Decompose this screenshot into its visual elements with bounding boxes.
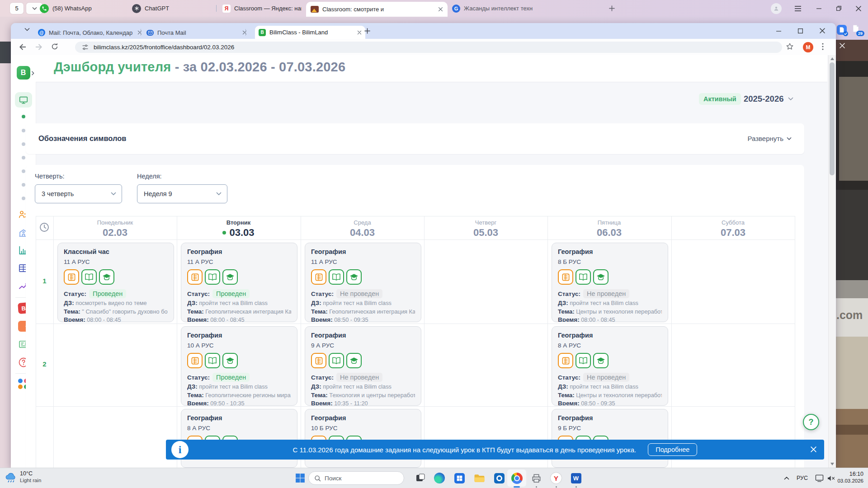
chrome-minimize-icon[interactable]: [776, 28, 782, 34]
close-tab-icon[interactable]: [357, 30, 362, 35]
back-icon[interactable]: [18, 42, 27, 52]
lesson-card[interactable]: География 8 Б РУС Статус:Не проведен ДЗ:…: [552, 243, 668, 322]
outlook-icon[interactable]: [493, 472, 505, 484]
start-button[interactable]: [294, 472, 307, 484]
textbook-icon[interactable]: [81, 269, 97, 285]
clock-date[interactable]: 03.03.2026: [832, 478, 863, 483]
edge-icon[interactable]: [433, 472, 446, 484]
course-icon[interactable]: [222, 269, 238, 285]
sidebar-subitem[interactable]: [11, 156, 36, 160]
day-header-thursday[interactable]: Четверг05.03: [424, 219, 547, 239]
close-tab-icon[interactable]: [242, 30, 247, 35]
week-select[interactable]: Неделя 9: [137, 184, 227, 203]
quarter-select[interactable]: 3 четверть: [35, 184, 122, 203]
chrome-tab-bilimclass[interactable]: B BilimClass - BilimLand: [255, 26, 365, 39]
printer-icon[interactable]: [530, 472, 542, 484]
help-fab-button[interactable]: ?: [803, 414, 819, 430]
weather-temp[interactable]: 10°C: [20, 470, 33, 477]
lesson-card[interactable]: География 11 А РУС Статус:Не проведен ДЗ…: [305, 243, 421, 322]
cast-icon[interactable]: [813, 472, 826, 484]
profile-avatar[interactable]: M: [803, 42, 813, 52]
tab-search-chevron[interactable]: [24, 28, 30, 32]
sidebar-subitem-active[interactable]: [11, 115, 36, 118]
yandex-close-icon[interactable]: [851, 0, 866, 17]
course-icon[interactable]: [346, 269, 362, 285]
task-view-button[interactable]: [414, 472, 427, 484]
textbook-icon[interactable]: [576, 269, 591, 285]
journal-icon[interactable]: [187, 353, 203, 368]
language-indicator[interactable]: РУС: [797, 475, 808, 481]
lesson-card[interactable]: География 9 А РУС Статус:Не проведен ДЗ:…: [305, 326, 421, 406]
journal-icon[interactable]: [558, 353, 573, 368]
course-icon[interactable]: [593, 269, 609, 285]
day-header-friday[interactable]: Пятница06.03: [547, 219, 671, 239]
textbook-icon[interactable]: [205, 353, 220, 368]
day-header-monday[interactable]: Понедельник02.03: [53, 219, 177, 239]
yandex-restore-icon[interactable]: [831, 0, 846, 17]
day-header-saturday[interactable]: Суббота07.03: [671, 219, 795, 239]
weather-icon[interactable]: [5, 471, 17, 484]
tab-yandex-classroom[interactable]: Я Classroom — Яндекс: наш: [222, 0, 302, 17]
school-year-select[interactable]: 2025-2026: [744, 94, 793, 104]
textbook-icon[interactable]: [576, 353, 591, 368]
word-icon[interactable]: W: [570, 472, 582, 484]
lesson-card[interactable]: Классный час 11 А РУС Статус:Проведен ДЗ…: [57, 243, 174, 322]
page-scrollbar[interactable]: [828, 55, 835, 468]
sidebar-expand-chevron[interactable]: [31, 71, 35, 75]
file-explorer-icon[interactable]: [473, 472, 486, 484]
yandex-minimize-icon[interactable]: [811, 0, 826, 17]
chrome-icon[interactable]: [510, 472, 523, 484]
chrome-new-tab-icon[interactable]: [364, 28, 370, 34]
chrome-maximize-icon[interactable]: [797, 28, 803, 34]
banner-close-icon[interactable]: [810, 446, 817, 453]
extension-doc-icon[interactable]: [837, 25, 847, 35]
browser-menu-icon[interactable]: [790, 0, 806, 17]
course-icon[interactable]: [222, 353, 238, 368]
weather-condition[interactable]: Light rain: [20, 478, 41, 483]
clock-time[interactable]: 16:10: [837, 471, 863, 477]
background-close-icon[interactable]: [839, 42, 845, 49]
tab-count-button[interactable]: 5: [10, 3, 24, 14]
tab-gigachat[interactable]: G Жасанды интеллект техн: [452, 0, 588, 17]
sidebar-item-dashboard[interactable]: [11, 92, 36, 108]
expand-button[interactable]: Развернуть: [747, 135, 792, 142]
site-settings-icon[interactable]: [81, 43, 89, 51]
close-tab-icon[interactable]: [137, 30, 142, 35]
extension-counter-icon[interactable]: 29: [851, 23, 863, 35]
textbook-icon[interactable]: [205, 269, 220, 285]
journal-icon[interactable]: [187, 269, 203, 285]
store-icon[interactable]: [453, 472, 466, 484]
chrome-kebab-menu-icon[interactable]: [822, 43, 831, 52]
journal-icon[interactable]: [558, 269, 573, 285]
chrome-close-icon[interactable]: [819, 28, 826, 34]
journal-icon[interactable]: [311, 353, 326, 368]
course-icon[interactable]: [593, 353, 609, 368]
chrome-tab-pochta[interactable]: Почта Mail: [143, 26, 250, 39]
journal-icon[interactable]: [64, 269, 79, 285]
course-icon[interactable]: [346, 353, 362, 368]
scrollbar-thumb[interactable]: [830, 62, 835, 175]
lesson-card[interactable]: География 8 А РУС Статус:Не проведен ДЗ:…: [552, 326, 668, 406]
tab-whatsapp[interactable]: (58) WhatsApp: [40, 0, 126, 17]
chrome-tab-mail[interactable]: @ Mail: Почта, Облако, Календар: [34, 26, 146, 39]
journal-icon[interactable]: [311, 269, 326, 285]
details-button[interactable]: Подробнее: [648, 443, 697, 456]
day-header-tuesday[interactable]: Вторник 03.03: [177, 219, 300, 239]
course-icon[interactable]: [99, 269, 114, 285]
lesson-card[interactable]: География 11 А РУС Статус:Проведен ДЗ: п…: [181, 243, 297, 322]
tab-classroom-active[interactable]: Classroom: смотрите и: [306, 2, 448, 17]
close-tab-icon[interactable]: [438, 7, 443, 12]
scroll-up-icon[interactable]: [830, 57, 834, 60]
url-text[interactable]: bilimclass.kz/2025/frontoffice/dashboard…: [94, 44, 234, 51]
tab-chatgpt[interactable]: ChatGPT: [132, 0, 204, 17]
taskbar-search[interactable]: Поиск: [308, 471, 404, 485]
reload-icon[interactable]: [51, 42, 60, 52]
bookmark-star-icon[interactable]: [786, 42, 795, 52]
textbook-icon[interactable]: [329, 353, 344, 368]
forward-icon[interactable]: [34, 42, 43, 52]
new-tab-icon[interactable]: [605, 0, 618, 17]
lesson-card[interactable]: География 10 А РУС Статус:Проведен ДЗ: п…: [181, 326, 297, 406]
textbook-icon[interactable]: [329, 269, 344, 285]
browser-profile-icon[interactable]: [769, 0, 784, 17]
address-bar[interactable]: bilimclass.kz/2025/frontoffice/dashboard…: [75, 42, 782, 53]
